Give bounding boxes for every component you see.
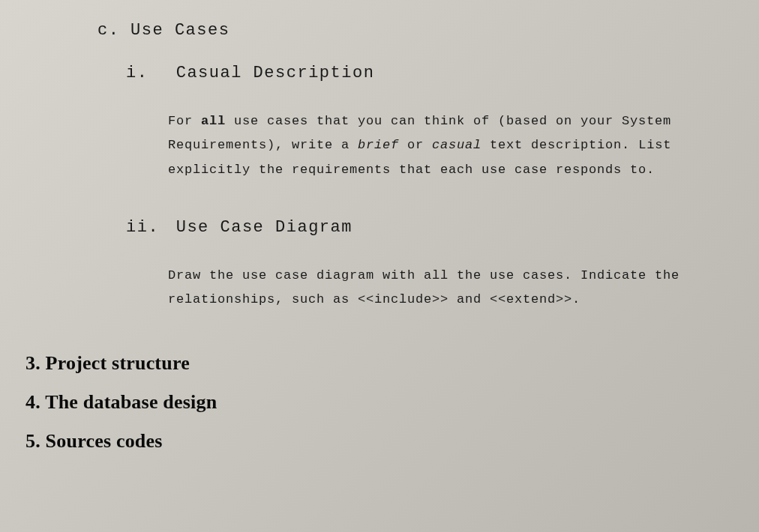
main-item-3: 3. Project structure <box>26 352 736 375</box>
section-c-title: Use Cases <box>130 21 230 40</box>
body-italic: brief <box>358 138 399 152</box>
subsection-i-header: i. Casual Description <box>126 64 736 82</box>
subsection-ii: ii. Use Case Diagram Draw the use case d… <box>126 218 736 312</box>
main-item-title: Project structure <box>46 352 190 374</box>
body-text: as <<include>> and <<extend>>. <box>325 292 580 306</box>
body-italic: casual <box>432 138 482 152</box>
subsection-i-body: For all use cases that you can think of … <box>168 109 708 182</box>
main-item-marker: 3. <box>26 352 40 374</box>
main-numbered-list: 3. Project structure 4. The database des… <box>26 352 736 453</box>
main-item-5: 5. Sources codes <box>26 430 736 453</box>
section-c: c. Use Cases i. Casual Description For a… <box>98 21 736 312</box>
body-text: or <box>399 138 432 152</box>
section-c-header: c. Use Cases <box>98 21 736 40</box>
body-text: such <box>292 292 325 306</box>
main-item-title: Sources codes <box>46 430 163 452</box>
body-bold: all <box>201 114 226 128</box>
subsection-ii-marker: ii. <box>126 218 165 237</box>
main-item-marker: 5. <box>26 430 40 452</box>
subsection-i-title: Casual Description <box>176 64 375 82</box>
subsection-ii-header: ii. Use Case Diagram <box>126 218 736 237</box>
subsection-i-marker: i. <box>126 64 165 82</box>
main-item-marker: 4. <box>26 391 40 413</box>
subsection-ii-body: Draw the use case diagram with all the u… <box>168 264 708 312</box>
main-item-4: 4. The database design <box>26 391 736 414</box>
main-item-title: The database design <box>45 391 217 413</box>
section-c-marker: c. <box>98 21 119 40</box>
subsection-ii-title: Use Case Diagram <box>176 218 352 237</box>
subsection-i: i. Casual Description For all use cases … <box>126 64 736 182</box>
body-text: For <box>168 114 201 128</box>
